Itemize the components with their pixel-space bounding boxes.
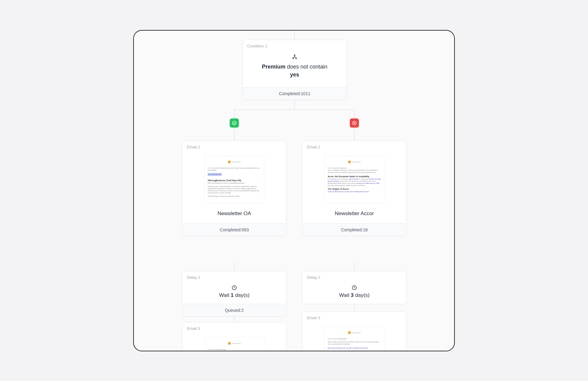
footer-label: Completed: (220, 227, 242, 232)
email-preview: Hi, it's Yoan from Recessed. Today I'd l… (324, 327, 384, 351)
footer-label: Queued: (225, 308, 241, 313)
delay-node-yes[interactable]: Delay 2 Wait 1 day(s) Queued:2 (182, 271, 286, 317)
footer-count: 993 (242, 227, 249, 232)
connector (354, 127, 355, 141)
connector (234, 110, 235, 118)
node-label: Delay 2 (187, 275, 200, 280)
x-circle-icon (352, 121, 357, 125)
clock-icon (352, 285, 357, 290)
email-node-yes-3[interactable]: Email 3 Hi, it's Yoan from Recessed. As … (182, 322, 286, 351)
svg-point-1 (292, 58, 293, 58)
clock-icon (232, 285, 237, 290)
svg-point-2 (296, 58, 296, 58)
node-label: Email 2 (307, 145, 320, 149)
email-node-no[interactable]: Email 2 Hi, it's Yoan from Recessed. As … (302, 141, 406, 236)
footer-count: 18 (363, 227, 368, 232)
footer-label: Completed: (279, 91, 301, 96)
connector (234, 110, 355, 110)
condition-node[interactable]: Condition 1 Premium does not contain yes… (243, 40, 347, 100)
workflow-canvas: Condition 1 Premium does not contain yes… (134, 31, 454, 351)
condition-op: does not contain (287, 64, 327, 70)
node-label: Email 3 (307, 316, 320, 320)
email-preview: Hi, it's Yoan from Recessed. As you prob… (204, 337, 264, 351)
svg-point-0 (294, 55, 295, 56)
branch-no-badge (350, 118, 359, 128)
condition-field: Premium (262, 64, 285, 70)
email-preview: Hi, it's Yoan from Recessed. As you prob… (324, 156, 384, 203)
delay-node-no[interactable]: Delay 2 Wait 3 day(s) (302, 271, 406, 304)
node-label: Email 3 (187, 326, 200, 331)
connector (294, 31, 295, 40)
footer-count: 2 (241, 308, 244, 313)
connector (354, 262, 355, 271)
node-label: Delay 2 (307, 275, 320, 280)
connector (234, 262, 235, 271)
email-node-yes[interactable]: Email 2 Hi, it's Yoan from Recessed. Her… (182, 141, 286, 236)
node-label: Email 2 (187, 145, 200, 149)
branch-icon (292, 54, 297, 60)
check-circle-icon (232, 121, 237, 125)
workflow-frame: Condition 1 Premium does not contain yes… (133, 30, 455, 351)
footer-label: Completed: (341, 227, 363, 232)
connector (234, 127, 235, 141)
node-label: Condition 1 (247, 44, 267, 48)
email-title: Newsletter OA (183, 203, 286, 223)
connector (294, 99, 295, 110)
connector (354, 110, 355, 118)
email-preview: Hi, it's Yoan from Recessed. Here are 4 … (204, 156, 264, 203)
branch-yes-badge (230, 118, 239, 128)
email-node-no-3[interactable]: Email 3 Hi, it's Yoan from Recessed. Tod… (302, 312, 406, 351)
footer-count: 1011 (301, 91, 310, 96)
condition-value: yes (290, 72, 299, 78)
email-title: Newsletter Accor (303, 203, 406, 223)
